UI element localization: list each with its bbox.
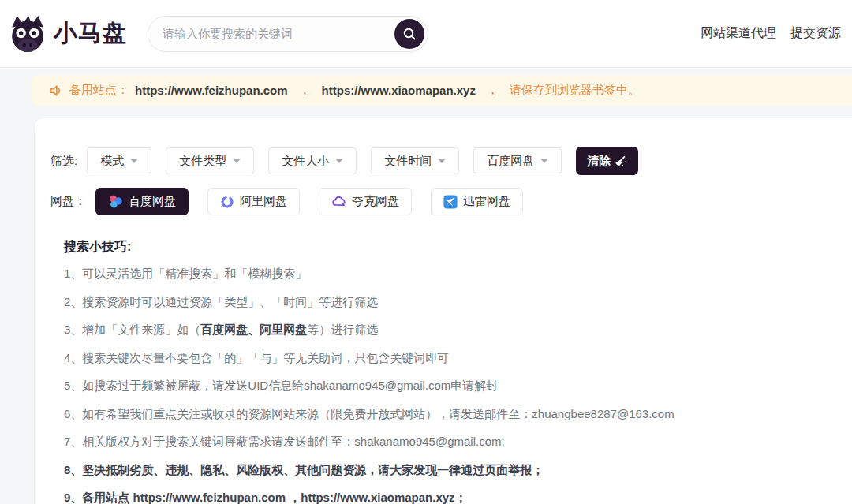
backup-site-notice: 备用站点： https://www.feizhupan.com ， https:…	[32, 75, 852, 106]
filter-dropdown-file-size[interactable]: 文件大小	[268, 147, 357, 174]
baidu-pan-icon	[108, 194, 123, 209]
search-tips-section: 搜索小技巧: 1、可以灵活选用「精准搜索」和「模糊搜索」 2、搜索资源时可以通过…	[50, 239, 835, 504]
notice-label: 备用站点：	[69, 83, 129, 98]
link-submit-resource[interactable]: 提交资源	[790, 25, 841, 42]
drive-button-ali[interactable]: 阿里网盘	[207, 188, 300, 215]
dropdown-label: 文件时间	[384, 154, 432, 169]
drive-row: 网盘： 百度网盘 阿里网盘	[50, 188, 835, 215]
search-button[interactable]	[394, 19, 424, 49]
ali-pan-icon	[220, 195, 234, 209]
notice-separator: ，	[482, 83, 503, 98]
notice-separator: ，	[294, 83, 316, 98]
clear-button-label: 清除	[587, 154, 611, 169]
chevron-down-icon	[130, 159, 138, 163]
broom-icon	[614, 155, 627, 168]
tips-heading: 搜索小技巧:	[64, 239, 835, 256]
clear-filters-button[interactable]: 清除	[576, 147, 638, 175]
tip-item-6: 6、如有希望我们重点关注或收录的资源网站来源（限免费开放式网站），请发送邮件至：…	[64, 407, 835, 422]
brand-logo[interactable]: 小马盘	[8, 14, 127, 54]
chevron-down-icon	[438, 159, 446, 163]
speaker-icon	[49, 84, 63, 98]
tip-item-3: 3、增加「文件来源」如（百度网盘、阿里网盘等）进行筛选	[64, 323, 835, 338]
filter-dropdown-file-type[interactable]: 文件类型	[166, 147, 254, 174]
filter-dropdown-file-time[interactable]: 文件时间	[371, 147, 459, 174]
xunlei-pan-icon	[443, 195, 458, 209]
filter-dropdown-drive-source[interactable]: 百度网盘	[473, 147, 562, 174]
site-title: 小马盘	[54, 17, 127, 50]
drive-button-label: 阿里网盘	[240, 194, 287, 209]
tip-item-2: 2、搜索资源时可以通过资源「类型」、「时间」等进行筛选	[64, 295, 835, 310]
dropdown-label: 文件大小	[282, 154, 329, 169]
filter-dropdown-mode[interactable]: 模式	[87, 147, 151, 174]
drive-row-label: 网盘：	[50, 194, 86, 209]
tip-item-4: 4、搜索关键次尽量不要包含「的」「与」等无关助词，只包含关键词即可	[64, 351, 835, 366]
header: 小马盘 网站渠道代理 提交资源	[0, 0, 852, 68]
search-input[interactable]	[163, 27, 394, 40]
backup-url-2[interactable]: https://www.xiaomapan.xyz	[322, 84, 476, 97]
tip-item-7: 7、相关版权方对于搜索关键词屏蔽需求请发送邮件至：shakanamo945@gm…	[64, 435, 835, 450]
quark-pan-icon	[331, 194, 346, 209]
notice-suffix: 请保存到浏览器书签中。	[510, 83, 640, 98]
chevron-down-icon	[540, 159, 548, 163]
backup-url-1[interactable]: https://www.feizhupan.com	[135, 84, 288, 97]
drive-button-label: 百度网盘	[129, 194, 176, 209]
drive-button-label: 夸克网盘	[352, 194, 399, 209]
filter-row-label: 筛选:	[50, 154, 77, 169]
search-icon	[402, 26, 417, 42]
dropdown-label: 模式	[100, 154, 124, 169]
header-links: 网站渠道代理 提交资源	[701, 25, 841, 42]
drive-button-xunlei[interactable]: 迅雷网盘	[431, 188, 523, 215]
dropdown-label: 百度网盘	[487, 154, 534, 169]
tip-item-1: 1、可以灵活选用「精准搜索」和「模糊搜索」	[64, 267, 835, 282]
chevron-down-icon	[335, 159, 343, 163]
search-bar	[148, 16, 428, 52]
filter-row: 筛选: 模式 文件类型 文件大小 文件时间 百度网盘 清除	[50, 147, 835, 175]
dropdown-label: 文件类型	[179, 154, 226, 169]
drive-button-baidu[interactable]: 百度网盘	[95, 188, 189, 215]
drive-button-label: 迅雷网盘	[463, 194, 510, 209]
drive-button-quark[interactable]: 夸克网盘	[319, 188, 412, 215]
tip-item-5: 5、如搜索过于频繁被屏蔽，请发送UID信息给shakanamo945@gmail…	[64, 379, 835, 394]
tip-item-8: 8、坚决抵制劣质、违规、隐私、风险版权、其他问题资源，请大家发现一律通过页面举报…	[64, 463, 835, 478]
link-agency[interactable]: 网站渠道代理	[701, 25, 776, 42]
chevron-down-icon	[233, 159, 241, 163]
tip-item-9: 9、备用站点 https://www.feizhupan.com ，https:…	[64, 491, 835, 504]
main-card: 筛选: 模式 文件类型 文件大小 文件时间 百度网盘 清除	[34, 118, 852, 504]
pony-logo-icon	[8, 14, 47, 54]
